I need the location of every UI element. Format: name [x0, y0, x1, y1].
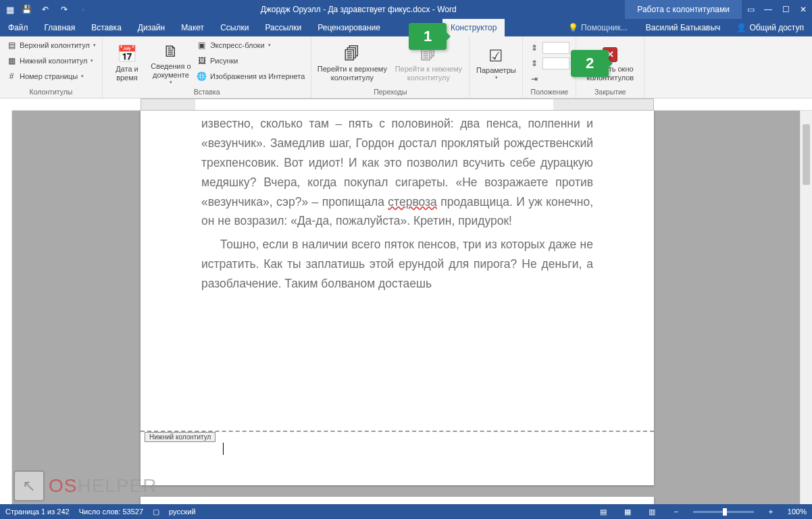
insert-tab-button[interactable]: ⇥ [526, 72, 572, 86]
horizontal-ruler[interactable] [12, 99, 812, 111]
tab-references[interactable]: Ссылки [212, 19, 257, 36]
group-navigation: Переходы [315, 87, 465, 97]
vertical-scrollbar[interactable] [800, 111, 812, 504]
status-words[interactable]: Число слов: 53527 [79, 508, 143, 516]
footer-tag: Нижний колонтитул [145, 432, 215, 442]
maximize-button[interactable]: ☐ [777, 1, 794, 18]
save-button[interactable]: 💾 [18, 1, 35, 18]
goto-header-button[interactable]: 🗐Перейти к верхнему колонтитулу [315, 38, 389, 86]
ribbon: ▤Верхний колонтитул▾ ▦Нижний колонтитул▾… [0, 36, 812, 99]
footer-button[interactable]: ▦Нижний колонтитул▾ [3, 53, 99, 68]
callout-1: 1 [409, 23, 447, 50]
vertical-ruler[interactable] [0, 111, 12, 504]
page-1[interactable]: известно, сколько там – пять с половиной… [141, 111, 654, 485]
user-name[interactable]: Василий Батькавыч [638, 19, 729, 36]
tab-insert[interactable]: Вставка [83, 19, 130, 36]
proofing-icon[interactable]: ▢ [153, 508, 159, 516]
view-print-button[interactable]: ▦ [620, 504, 635, 519]
view-read-button[interactable]: ▤ [596, 504, 611, 519]
page-2[interactable]: Верхний колонтитул «везунчик» не в россы… [141, 497, 654, 504]
tab-mailings[interactable]: Рассылки [257, 19, 309, 36]
group-colontitles: Колонтитулы [3, 87, 99, 97]
qat-customize[interactable]: ▼ [74, 1, 92, 18]
header-button[interactable]: ▤Верхний колонтитул▾ [3, 38, 99, 53]
zoom-level[interactable]: 100% [788, 508, 807, 516]
status-language[interactable]: русский [169, 508, 195, 516]
pictures-button[interactable]: 🖼Рисунки [194, 53, 307, 68]
group-position: Положение [526, 87, 572, 97]
status-bar: Страница 1 из 242 Число слов: 53527 ▢ ру… [0, 504, 812, 519]
callout-2: 2 [571, 50, 609, 77]
doc-info-button[interactable]: 🗎Сведения о документе▾ [150, 38, 192, 86]
zoom-out-button[interactable]: − [669, 504, 684, 519]
quick-parts-button[interactable]: ▣Экспресс-блоки▾ [194, 38, 307, 53]
page-number-button[interactable]: #Номер страницы▾ [3, 69, 99, 84]
zoom-slider[interactable] [693, 511, 754, 513]
zoom-in-button[interactable]: + [763, 504, 778, 519]
window-title: Джордж Оруэлл - Да здравствует фикус.doc… [92, 5, 625, 14]
ribbon-tabs: Файл Главная Вставка Дизайн Макет Ссылки… [0, 19, 812, 36]
tell-me[interactable]: 💡Помощник... [558, 19, 638, 36]
position-bottom-input[interactable]: ⇕ [526, 56, 572, 71]
view-web-button[interactable]: ▥ [644, 504, 659, 519]
tab-file[interactable]: Файл [0, 19, 36, 36]
text-cursor [223, 443, 224, 455]
undo-button[interactable]: ↶ [36, 1, 54, 18]
title-bar: ▦ 💾 ↶ ↷ ▼ Джордж Оруэлл - Да здравствует… [0, 0, 812, 19]
contextual-tab-label: Работа с колонтитулами [625, 0, 742, 19]
tab-layout[interactable]: Макет [173, 19, 212, 36]
options-button[interactable]: ☑Параметры▾ [473, 38, 519, 86]
tab-design[interactable]: Дизайн [130, 19, 173, 36]
cursor-icon: ↖ [14, 470, 45, 501]
minimize-button[interactable]: — [759, 1, 777, 18]
online-pictures-button[interactable]: 🌐Изображения из Интернета [194, 69, 307, 84]
position-top-input[interactable]: ⇕ [526, 40, 572, 55]
share-button[interactable]: 👤Общий доступ [728, 19, 812, 36]
watermark: ↖ OSHELPER [14, 470, 157, 501]
group-insert: Вставка [106, 87, 307, 97]
app-icon: ▦ [4, 3, 16, 16]
group-close: Закрытие [580, 87, 640, 97]
scroll-thumb[interactable] [803, 124, 810, 185]
status-page[interactable]: Страница 1 из 242 [5, 508, 70, 516]
close-window-button[interactable]: ✕ [794, 1, 812, 18]
body-text: известно, сколько там – пять с половиной… [201, 114, 593, 294]
document-area[interactable]: известно, сколько там – пять с половиной… [12, 111, 800, 504]
tab-home[interactable]: Главная [36, 19, 84, 36]
ribbon-options-button[interactable]: ▭ [742, 1, 759, 18]
redo-button[interactable]: ↷ [55, 1, 73, 18]
tab-review[interactable]: Рецензирование [309, 19, 388, 36]
date-time-button[interactable]: 📅Дата и время [106, 38, 148, 86]
